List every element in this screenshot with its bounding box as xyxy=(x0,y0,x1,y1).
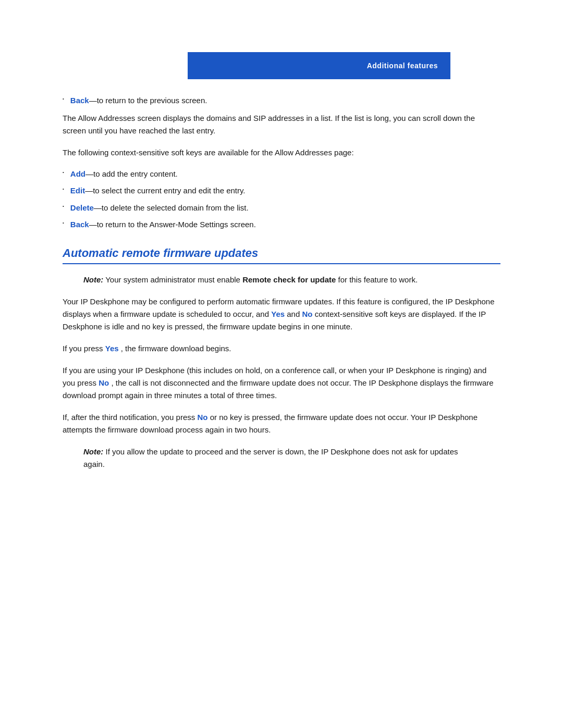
bullet-dot: • xyxy=(63,186,64,192)
paragraph-using-phone: If you are using your IP Deskphone (this… xyxy=(63,364,500,402)
page-container: Additional features • Back—to return to … xyxy=(0,52,563,728)
bullet-text: Delete—to delete the selected domain fro… xyxy=(70,202,249,214)
paragraph-allow-addresses: The Allow Addresses screen displays the … xyxy=(63,112,500,137)
list-item-edit: • Edit—to select the current entry and e… xyxy=(63,185,500,197)
bullet-dot: • xyxy=(63,220,64,226)
no-inline-3: No xyxy=(197,413,207,422)
bullet-dot: • xyxy=(63,203,64,209)
note-paragraph-1: Note: Your system administrator must ena… xyxy=(83,274,480,286)
header-banner: Additional features xyxy=(188,52,450,79)
paragraph-third-notification: If, after the third notification, you pr… xyxy=(63,411,500,436)
bullet-text: Back—to return to the Answer-Mode Settin… xyxy=(70,219,256,231)
note-box-1: Note: Your system administrator must ena… xyxy=(83,274,480,286)
paragraph-soft-keys-intro: The following context-sensitive soft key… xyxy=(63,146,500,159)
note-bold-1: Remote check for update xyxy=(242,275,336,284)
paragraph-firmware-config: Your IP Deskphone may be configured to p… xyxy=(63,295,500,333)
bullet-dot: • xyxy=(63,96,64,102)
section-heading-firmware: Automatic remote firmware updates xyxy=(63,246,500,264)
list-item: • Back—to return to the previous screen. xyxy=(63,95,500,107)
yes-inline-1: Yes xyxy=(271,310,285,318)
note-paragraph-2: Note: If you allow the update to proceed… xyxy=(83,446,480,471)
bullet-label-edit: Edit xyxy=(70,186,85,195)
list-item-back: • Back—to return to the Answer-Mode Sett… xyxy=(63,219,500,231)
no-inline-1: No xyxy=(302,310,312,318)
no-inline-2: No xyxy=(99,378,109,387)
header-banner-title: Additional features xyxy=(367,61,438,70)
bullet-label-back2: Back xyxy=(70,220,89,229)
yes-inline-2: Yes xyxy=(105,344,119,353)
note-box-2: Note: If you allow the update to proceed… xyxy=(83,446,480,471)
bullet-text: Edit—to select the current entry and edi… xyxy=(70,185,246,197)
note-label-2: Note: xyxy=(83,447,103,456)
list-item-add: • Add—to add the entry content. xyxy=(63,168,500,180)
bullet-label-delete: Delete xyxy=(70,203,94,212)
paragraph-press-yes: If you press Yes , the firmware download… xyxy=(63,342,500,355)
bullet-dot: • xyxy=(63,169,64,176)
bullet-label-back: Back xyxy=(70,96,89,105)
bullet-text: Back—to return to the previous screen. xyxy=(70,95,207,107)
bullet-label-add: Add xyxy=(70,169,85,178)
note-label-1: Note: xyxy=(83,275,103,284)
bullet-text: Add—to add the entry content. xyxy=(70,168,178,180)
list-item-delete: • Delete—to delete the selected domain f… xyxy=(63,202,500,214)
content-area: • Back—to return to the previous screen.… xyxy=(63,79,500,471)
